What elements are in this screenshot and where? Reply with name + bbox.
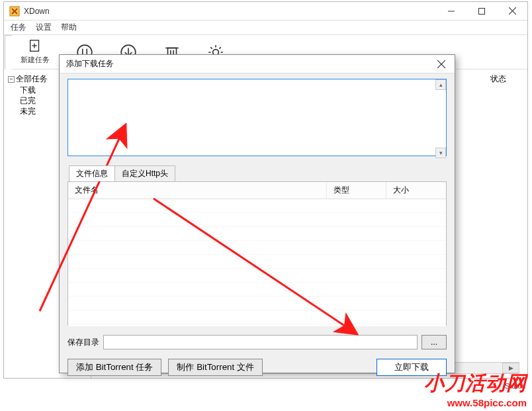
url-input-wrap: ▴ ▾ [67, 79, 447, 159]
col-filename[interactable]: 文件名 [68, 182, 327, 199]
window-title: XDown [24, 7, 436, 16]
minimize-button[interactable] [436, 2, 466, 20]
watermark: 小刀活动网 www.58picc.com [424, 370, 527, 408]
new-task-label: 新建任务 [21, 55, 50, 65]
scroll-up-icon[interactable]: ▴ [435, 79, 446, 90]
dialog-body: ▴ ▾ 文件信息 自定义Http头 文件名 类型 大小 保存目录 ... 添加 … [60, 73, 455, 384]
make-bittorrent-button[interactable]: 制作 BitTorrent 文件 [168, 359, 262, 376]
tree-root-label: 全部任务 [16, 73, 48, 85]
tab-file-info[interactable]: 文件信息 [69, 165, 115, 181]
tabs: 文件信息 自定义Http头 [69, 165, 447, 181]
state-column-header: 状态 [490, 73, 506, 85]
add-task-dialog: 添加下载任务 ▴ ▾ 文件信息 自定义Http头 文件名 类型 大小 保存目录 … [59, 54, 455, 373]
save-dir-input[interactable] [103, 335, 418, 349]
col-type[interactable]: 类型 [327, 182, 386, 199]
menu-tasks[interactable]: 任务 [11, 22, 26, 33]
add-bittorrent-button[interactable]: 添加 BitTorrent 任务 [67, 359, 161, 376]
save-row: 保存目录 ... [67, 335, 447, 349]
window-controls [436, 2, 527, 20]
dialog-buttons: 添加 BitTorrent 任务 制作 BitTorrent 文件 立即下载 [67, 359, 447, 376]
scroll-down-icon[interactable]: ▾ [435, 148, 446, 158]
collapse-icon[interactable]: − [8, 76, 15, 83]
menu-help[interactable]: 帮助 [61, 22, 77, 33]
watermark-cn: 小刀活动网 [424, 370, 527, 397]
plus-file-icon [28, 39, 42, 54]
col-size[interactable]: 大小 [386, 182, 446, 199]
menu-bar: 任务 设置 帮助 [4, 21, 527, 35]
file-table-rows [68, 199, 446, 326]
url-input[interactable] [67, 79, 447, 156]
watermark-url: www.58picc.com [424, 397, 527, 408]
file-table-header: 文件名 类型 大小 [68, 182, 446, 199]
maximize-button[interactable] [466, 2, 497, 20]
dialog-close-button[interactable] [428, 55, 455, 73]
file-table: 文件名 类型 大小 [67, 181, 447, 326]
close-button[interactable] [497, 2, 527, 20]
menu-settings[interactable]: 设置 [36, 22, 52, 33]
tab-custom-http[interactable]: 自定义Http头 [114, 165, 175, 181]
browse-button[interactable]: ... [421, 335, 447, 349]
dialog-title: 添加下载任务 [66, 58, 428, 69]
title-bar: XDown [4, 2, 527, 21]
app-icon [9, 6, 20, 17]
save-dir-label: 保存目录 [67, 337, 99, 348]
svg-rect-2 [479, 8, 485, 14]
dialog-title-bar: 添加下载任务 [60, 55, 455, 73]
new-task-button[interactable]: 新建任务 [21, 39, 50, 65]
